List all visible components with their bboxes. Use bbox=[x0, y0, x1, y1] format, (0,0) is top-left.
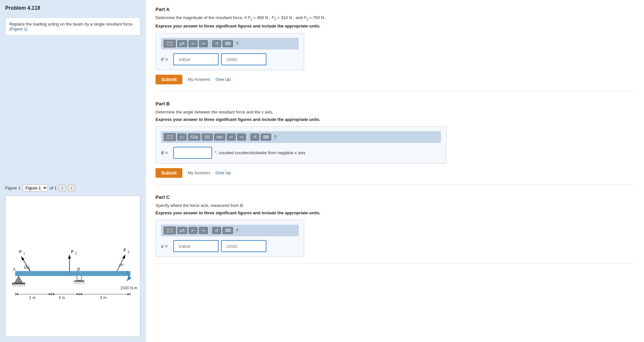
svg-rect-62 bbox=[170, 231, 173, 233]
part-a-toolbar: μA ↩ ↪ ↺ ⌨ ? bbox=[161, 38, 299, 49]
figure-select[interactable]: Figure 1 bbox=[23, 184, 48, 192]
svg-text:4 m: 4 m bbox=[59, 295, 65, 300]
svg-rect-50 bbox=[166, 41, 169, 43]
part-a-matrix-btn[interactable] bbox=[164, 40, 176, 48]
part-c-units-input[interactable] bbox=[221, 240, 266, 252]
svg-point-11 bbox=[77, 275, 82, 280]
part-b-title: Part B bbox=[156, 101, 634, 106]
part-a-help-btn[interactable]: ? bbox=[234, 41, 240, 46]
svg-rect-12 bbox=[74, 280, 84, 282]
part-b-submit-row: Submit My Answers Give Up bbox=[156, 168, 634, 178]
part-a-sep1 bbox=[210, 40, 210, 47]
figure-link[interactable]: (Figure 1) bbox=[9, 27, 27, 31]
part-b-submit-button[interactable]: Submit bbox=[156, 168, 182, 178]
figure-label: Figure 1 bbox=[5, 186, 21, 190]
svg-text:3: 3 bbox=[127, 250, 129, 254]
part-c-input-row: x = bbox=[161, 240, 299, 252]
svg-text:F: F bbox=[71, 249, 74, 254]
part-c-matrix-btn[interactable] bbox=[164, 227, 176, 234]
part-b-help-btn[interactable]: ? bbox=[273, 134, 278, 140]
part-a-section: Part A Determine the magnitude of the re… bbox=[156, 6, 634, 91]
part-c-value-input[interactable] bbox=[173, 240, 219, 252]
part-b-answer-box: ν□ AΣφ vec ↩ ↪ ↺ ⌨ ? θ = °, counted coun… bbox=[156, 126, 446, 164]
part-a-instruction: Express your answer to three significant… bbox=[156, 24, 634, 28]
svg-rect-55 bbox=[170, 135, 173, 137]
svg-rect-2 bbox=[15, 272, 130, 275]
svg-text:30°: 30° bbox=[119, 263, 124, 267]
part-a-input-row: F = bbox=[161, 53, 299, 65]
right-panel: Part A Determine the magnitude of the re… bbox=[145, 0, 644, 342]
part-b-instruction: Express your answer to three significant… bbox=[156, 117, 634, 122]
part-b-theta-input[interactable] bbox=[173, 147, 212, 159]
problem-description-text: Replace the loading acting on the beam b… bbox=[9, 22, 134, 27]
beam-diagram-svg: A B F 1 60° F 2 F 3 30° 1500 N· bbox=[5, 196, 140, 337]
part-a-redo-btn[interactable]: ↪ bbox=[199, 40, 208, 47]
part-a-refresh-btn[interactable]: ↺ bbox=[212, 40, 221, 47]
part-c-eq-label: x = bbox=[161, 243, 171, 249]
svg-text:B: B bbox=[77, 266, 80, 271]
part-a-submit-button[interactable]: Submit bbox=[156, 75, 182, 84]
part-b-redo-btn[interactable]: ↪ bbox=[237, 134, 246, 141]
part-c-keyboard-btn[interactable]: ⌨ bbox=[222, 227, 233, 234]
part-b-section: Part B Determine the angle between the r… bbox=[156, 101, 634, 185]
part-b-toolbar: ν□ AΣφ vec ↩ ↪ ↺ ⌨ ? bbox=[161, 131, 441, 143]
part-c-answer-box: μA ↩ ↪ ↺ ⌨ ? x = bbox=[156, 220, 304, 257]
part-b-sigma-btn[interactable]: ν□ bbox=[177, 134, 187, 141]
svg-text:2: 2 bbox=[75, 252, 77, 255]
part-a-value-input[interactable] bbox=[173, 53, 219, 65]
part-a-description: Determine the magnitude of the resultant… bbox=[156, 15, 634, 21]
part-a-keyboard-btn[interactable]: ⌨ bbox=[222, 40, 233, 47]
svg-rect-4 bbox=[12, 283, 25, 284]
svg-rect-59 bbox=[166, 228, 169, 230]
svg-text:1: 1 bbox=[23, 252, 25, 255]
part-b-input-row: θ = °, counted counterclockwise from neg… bbox=[161, 147, 441, 159]
part-c-description: Specify where the force acts, measured f… bbox=[156, 203, 634, 208]
svg-text:A: A bbox=[12, 266, 16, 271]
part-c-title: Part C bbox=[156, 194, 634, 200]
part-c-redo-btn[interactable]: ↪ bbox=[199, 227, 208, 234]
part-b-sep1 bbox=[248, 134, 248, 140]
svg-text:F: F bbox=[19, 249, 22, 254]
part-a-eq-label: F = bbox=[161, 57, 171, 62]
part-a-submit-row: Submit My Answers Give Up bbox=[156, 75, 634, 84]
svg-rect-57 bbox=[170, 137, 173, 139]
part-a-mu-btn[interactable]: μA bbox=[177, 40, 187, 47]
part-c-instruction: Express your answer to three significant… bbox=[156, 210, 634, 215]
part-b-eq-label: θ = bbox=[161, 150, 171, 155]
part-b-matrix-btn[interactable] bbox=[164, 133, 176, 141]
part-c-refresh-btn[interactable]: ↺ bbox=[212, 227, 221, 234]
part-c-sep1 bbox=[210, 227, 210, 234]
problem-description: Replace the loading acting on the beam b… bbox=[5, 17, 140, 36]
svg-rect-61 bbox=[166, 231, 169, 233]
part-a-units-input[interactable] bbox=[221, 53, 266, 65]
problem-title: Problem 4.118 bbox=[5, 5, 140, 11]
part-b-keyboard-btn[interactable]: ⌨ bbox=[261, 134, 271, 141]
part-b-refresh-btn[interactable]: ↺ bbox=[250, 134, 259, 141]
next-figure-button[interactable]: › bbox=[68, 185, 75, 191]
svg-rect-52 bbox=[166, 44, 169, 46]
svg-rect-60 bbox=[170, 228, 173, 230]
part-a-give-up-link[interactable]: Give Up bbox=[216, 77, 231, 82]
part-a-title: Part A bbox=[156, 6, 634, 12]
svg-rect-58 bbox=[205, 135, 210, 139]
figure-of-label: of 1 bbox=[50, 186, 57, 190]
part-a-answer-box: μA ↩ ↪ ↺ ⌨ ? F = bbox=[156, 33, 304, 70]
part-b-my-answers-label: My Answers bbox=[188, 170, 210, 175]
svg-rect-56 bbox=[166, 137, 169, 139]
part-b-vec-btn[interactable]: vec bbox=[214, 134, 225, 141]
part-b-undo-btn[interactable]: ↩ bbox=[227, 134, 236, 141]
part-c-mu-btn[interactable]: μA bbox=[177, 227, 187, 234]
part-b-angle-note: °, counted counterclockwise from negativ… bbox=[215, 150, 306, 155]
part-b-description: Determine the angle between the resultan… bbox=[156, 110, 634, 114]
svg-text:2 m: 2 m bbox=[29, 295, 36, 300]
part-b-extra-btn[interactable] bbox=[202, 134, 213, 141]
svg-text:1500 N·m: 1500 N·m bbox=[120, 285, 137, 290]
part-b-give-up-link[interactable]: Give Up bbox=[216, 170, 231, 175]
part-c-help-btn[interactable]: ? bbox=[234, 228, 240, 233]
prev-figure-button[interactable]: ‹ bbox=[59, 185, 66, 191]
part-b-asigphi-btn[interactable]: AΣφ bbox=[188, 134, 200, 141]
part-a-undo-btn[interactable]: ↩ bbox=[188, 40, 198, 47]
part-c-section: Part C Specify where the force acts, mea… bbox=[156, 194, 634, 264]
part-c-undo-btn[interactable]: ↩ bbox=[188, 227, 198, 234]
svg-text:60°: 60° bbox=[24, 265, 29, 269]
